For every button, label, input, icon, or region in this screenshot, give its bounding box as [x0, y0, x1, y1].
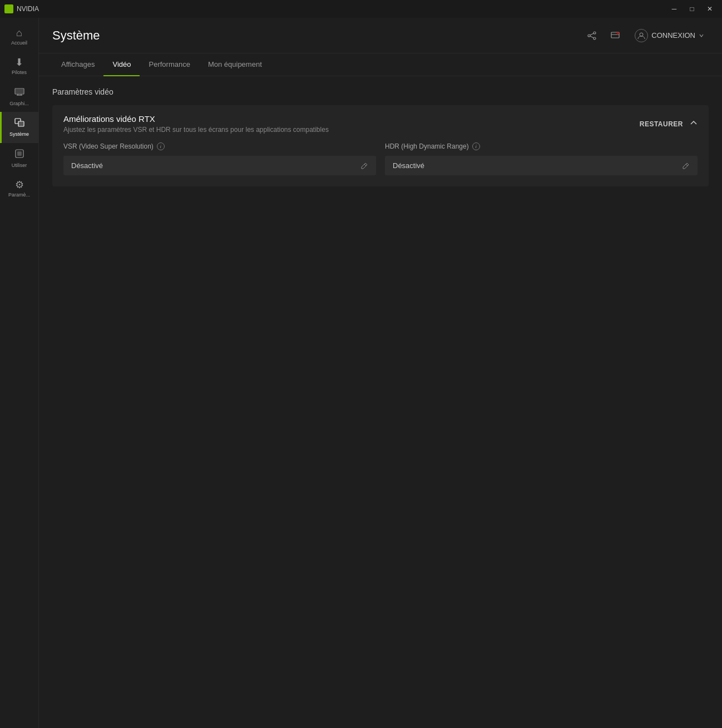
restore-button[interactable]: RESTAURER — [640, 120, 683, 128]
tabs: Affichages Vidéo Performance Mon équipem… — [39, 53, 722, 76]
vsr-edit-button[interactable] — [360, 162, 368, 170]
vsr-group: VSR (Video Super Resolution) i Désactivé — [63, 142, 376, 175]
connexion-button[interactable]: CONNEXION — [630, 27, 709, 45]
hdr-info-icon[interactable]: i — [472, 142, 480, 150]
tab-affichages[interactable]: Affichages — [52, 53, 103, 76]
svg-line-14 — [590, 36, 594, 38]
edit-icon — [682, 162, 690, 170]
hdr-label-row: HDR (High Dynamic Range) i — [385, 142, 698, 150]
sidebar-item-graphiques[interactable]: Graphi... — [0, 81, 38, 112]
card-header-actions: RESTAURER — [640, 119, 698, 129]
gear-icon: ⚙ — [15, 180, 24, 190]
minimize-button[interactable]: ─ — [666, 3, 682, 14]
sidebar-label-graphiques: Graphi... — [9, 101, 29, 107]
svg-rect-7 — [19, 122, 23, 126]
maximize-button[interactable]: □ — [684, 3, 700, 14]
sidebar-label-systeme: Système — [9, 131, 29, 137]
vsr-info-icon[interactable]: i — [157, 142, 165, 150]
title-bar-left: NVIDIA — [4, 4, 39, 13]
sidebar-label-pilotes: Pilotes — [12, 70, 27, 76]
collapse-button[interactable] — [690, 119, 698, 129]
hdr-edit-button[interactable] — [682, 162, 690, 170]
hdr-setting-row: Désactivé — [385, 156, 698, 175]
window-controls: ─ □ ✕ — [666, 3, 718, 14]
card-body: VSR (Video Super Resolution) i Désactivé — [52, 142, 709, 186]
tab-video[interactable]: Vidéo — [103, 53, 140, 76]
rtx-video-card: Améliorations vidéo RTX Ajustez les para… — [52, 105, 709, 186]
app-container: ⌂ Accueil ⬇ Pilotes Graphi... — [0, 18, 722, 728]
connexion-label: CONNEXION — [651, 31, 695, 40]
card-header: Améliorations vidéo RTX Ajustez les para… — [52, 105, 709, 142]
chevron-up-icon — [690, 119, 698, 127]
notification-icon — [610, 31, 620, 41]
svg-rect-9 — [17, 151, 22, 156]
hdr-group: HDR (High Dynamic Range) i Désactivé — [385, 142, 698, 175]
vsr-setting-row: Désactivé — [63, 156, 376, 175]
home-icon: ⌂ — [16, 28, 22, 38]
sidebar-item-utiliser[interactable]: Utiliser — [0, 143, 38, 174]
vsr-label: VSR (Video Super Resolution) — [63, 142, 154, 150]
close-button[interactable]: ✕ — [702, 3, 718, 14]
edit-icon — [360, 162, 368, 170]
vsr-label-row: VSR (Video Super Resolution) i — [63, 142, 376, 150]
share-button[interactable] — [583, 28, 600, 43]
sidebar-item-systeme[interactable]: Système — [0, 112, 38, 143]
header: Système — [39, 18, 722, 53]
tab-performance[interactable]: Performance — [140, 53, 199, 76]
sidebar-label-parametres: Paramè... — [8, 192, 30, 198]
system-icon — [14, 117, 24, 129]
content-area: Paramètres vidéo Améliorations vidéo RTX… — [39, 76, 722, 728]
svg-point-17 — [617, 32, 619, 35]
sidebar: ⌂ Accueil ⬇ Pilotes Graphi... — [0, 18, 39, 728]
drivers-icon: ⬇ — [15, 57, 23, 67]
use-icon — [14, 149, 24, 160]
hdr-value: Désactivé — [393, 161, 424, 170]
svg-point-18 — [640, 33, 643, 36]
hdr-label: HDR (High Dynamic Range) — [385, 142, 469, 150]
vsr-hdr-grid: VSR (Video Super Resolution) i Désactivé — [63, 142, 698, 175]
app-title: NVIDIA — [17, 5, 39, 13]
vsr-value: Désactivé — [71, 161, 103, 170]
section-title: Paramètres vidéo — [52, 87, 709, 96]
card-title: Améliorations vidéo RTX — [63, 114, 329, 124]
svg-point-11 — [588, 35, 590, 37]
sidebar-label-accueil: Accueil — [11, 40, 27, 46]
svg-point-12 — [594, 37, 596, 40]
card-subtitle: Ajustez les paramètres VSR et HDR sur to… — [63, 126, 329, 134]
header-actions: CONNEXION — [583, 27, 709, 45]
sidebar-label-utiliser: Utiliser — [12, 163, 27, 169]
page-title: Système — [52, 28, 100, 43]
svg-point-10 — [594, 32, 596, 34]
chevron-down-icon — [699, 33, 704, 38]
svg-rect-1 — [16, 89, 23, 94]
nvidia-logo — [4, 4, 13, 13]
sidebar-item-accueil[interactable]: ⌂ Accueil — [0, 22, 38, 52]
sidebar-item-pilotes[interactable]: ⬇ Pilotes — [0, 52, 38, 81]
notification-button[interactable] — [607, 28, 624, 43]
share-icon — [587, 31, 597, 41]
sidebar-item-parametres[interactable]: ⚙ Paramè... — [0, 174, 38, 204]
user-icon — [635, 29, 648, 42]
card-header-info: Améliorations vidéo RTX Ajustez les para… — [63, 114, 329, 134]
main-content: Système — [39, 18, 722, 728]
svg-line-13 — [590, 33, 594, 35]
title-bar: NVIDIA ─ □ ✕ — [0, 0, 722, 18]
tab-mon-equipement[interactable]: Mon équipement — [199, 53, 271, 76]
graphics-icon — [14, 87, 24, 99]
